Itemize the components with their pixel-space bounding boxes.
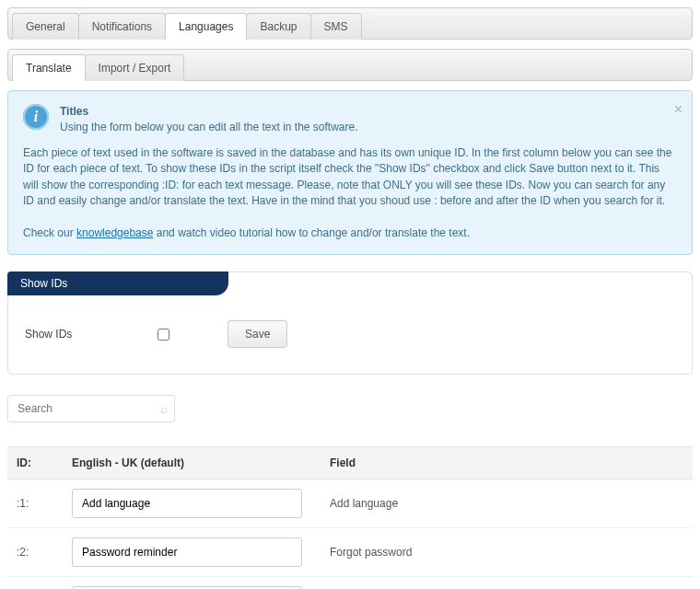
- tab-backup[interactable]: Backup: [246, 13, 310, 40]
- table-row: :1:Add language: [7, 479, 693, 528]
- row-id: :2:: [7, 528, 63, 577]
- tab-notifications[interactable]: Notifications: [78, 13, 166, 40]
- translation-input[interactable]: [72, 537, 302, 567]
- subtab-import-export[interactable]: Import / Export: [85, 54, 185, 81]
- col-header-id: ID:: [7, 447, 63, 479]
- info-footer: Check our knowledgebase and watch video …: [23, 225, 677, 241]
- secondary-tabbar: TranslateImport / Export: [7, 49, 693, 81]
- row-value-cell: [63, 577, 321, 589]
- primary-tabbar: GeneralNotificationsLanguagesBackupSMS: [7, 7, 693, 40]
- subtab-translate[interactable]: Translate: [12, 54, 86, 81]
- col-header-field: Field: [321, 447, 693, 479]
- translation-input[interactable]: [72, 489, 302, 518]
- save-button[interactable]: Save: [228, 320, 287, 348]
- search-icon: ⌕: [160, 401, 168, 416]
- show-ids-legend: Show IDs: [7, 271, 228, 295]
- info-subtitle: Using the form below you can edit all th…: [60, 120, 358, 135]
- search-wrap: ⌕: [7, 395, 175, 422]
- info-body: Each piece of text used in the software …: [23, 145, 677, 210]
- col-header-english: English - UK (default): [63, 447, 321, 479]
- row-id: :3:: [7, 577, 63, 589]
- row-field: Admin Login: [321, 577, 693, 589]
- knowledgebase-link[interactable]: knowledgebase: [76, 226, 153, 239]
- row-value-cell: [63, 479, 321, 528]
- tab-general[interactable]: General: [12, 13, 79, 40]
- row-field: Add language: [321, 479, 693, 528]
- show-ids-fieldset: Show IDs Show IDs Save: [7, 271, 693, 375]
- info-panel: × i Titles Using the form below you can …: [7, 90, 693, 255]
- tab-sms[interactable]: SMS: [310, 13, 362, 40]
- show-ids-checkbox[interactable]: [158, 329, 169, 341]
- table-row: :2:Forgot password: [7, 528, 693, 577]
- row-field: Forgot password: [321, 528, 693, 577]
- table-row: :3:Admin Login: [7, 577, 693, 589]
- row-value-cell: [63, 528, 321, 577]
- search-input[interactable]: [7, 395, 175, 422]
- info-title: Titles: [60, 104, 358, 120]
- tab-languages[interactable]: Languages: [165, 13, 247, 40]
- info-icon: i: [23, 104, 49, 130]
- translations-table: ID: English - UK (default) Field :1:Add …: [7, 446, 693, 589]
- row-id: :1:: [7, 479, 63, 528]
- show-ids-label: Show IDs: [25, 328, 99, 341]
- close-icon[interactable]: ×: [674, 98, 682, 120]
